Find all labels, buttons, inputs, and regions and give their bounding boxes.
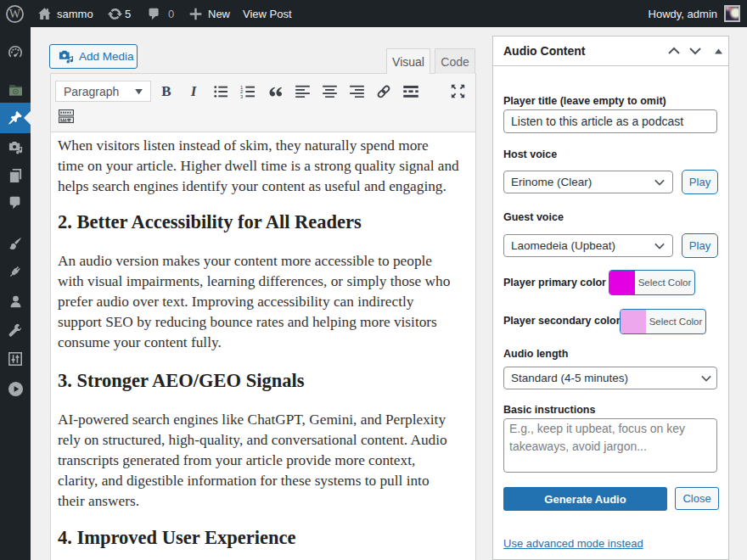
svg-text:W: W bbox=[9, 6, 21, 20]
svg-text:3: 3 bbox=[240, 93, 243, 98]
